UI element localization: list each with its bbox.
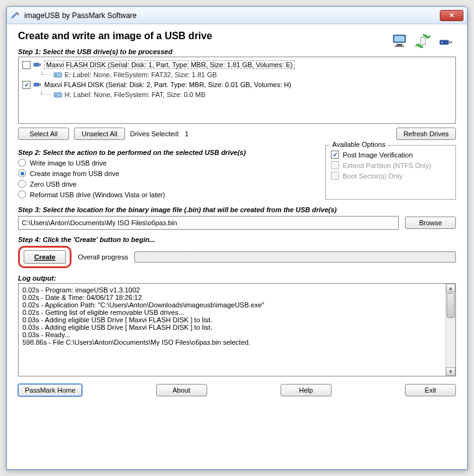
window-title: imageUSB by PassMark Software [24,11,137,20]
scroll-up-arrow[interactable]: ▲ [446,284,455,292]
svg-rect-12 [54,73,62,77]
svg-rect-7 [440,40,449,45]
check-boot-sector: Boot Sector(s) Only [331,170,450,181]
usb-icon [436,32,455,50]
drive-label-1: Maxvi FLASH DISK (Serial: Disk: 1, Part.… [44,60,295,69]
available-options-group: Available Options Post Image Verificatio… [325,145,456,200]
svg-rect-11 [39,63,41,66]
log-line: 0.02s - Program: imageUSB v1.3.1002 [22,286,452,294]
svg-rect-2 [396,44,402,46]
drive-child-2[interactable]: └··· H: Label: None, FileSystem: FAT, Si… [22,90,452,100]
checkbox-icon [331,172,339,180]
radio-reformat-drive[interactable]: Reformat USB drive (Windows Vista or lat… [18,189,318,200]
refresh-drives-button[interactable]: Refresh Drives [396,128,456,140]
drive-child-label-1: E: Label: None, FileSystem: FAT32, Size:… [65,71,217,78]
svg-rect-16 [54,93,62,97]
log-line: 0.03s - Adding eligible USB Drive [ Maxv… [22,324,452,331]
check-extend-partition: Extend Partition (NTFS Only) [331,160,450,170]
radio-icon [18,159,26,167]
drives-selected-label: Drives Selected: [130,130,180,138]
drive-checkbox-2[interactable] [22,81,30,89]
page-title: Create and write an image of a USB drive [18,30,456,42]
sync-icon [414,32,432,50]
radio-write-image[interactable]: Write image to USB drive [18,157,318,168]
radio-icon [18,190,26,198]
log-label: Log output: [18,274,456,282]
step1-label: Step 1: Select the USB drive(s) to be pr… [18,48,456,55]
titlebar: imageUSB by PassMark Software ✕ [7,7,467,24]
help-button[interactable]: Help [281,384,332,396]
svg-rect-3 [395,46,404,47]
svg-point-9 [441,42,442,43]
drive-volume-icon [53,70,62,79]
select-all-button[interactable]: Select All [18,128,69,140]
browse-button[interactable]: Browse [405,217,456,229]
drive-child-1[interactable]: └··· E: Label: None, FileSystem: FAT32, … [22,70,452,80]
svg-rect-8 [449,41,453,44]
log-scrollbar[interactable]: ▲ ▼ [445,284,455,376]
drive-checkbox-1[interactable] [22,61,30,69]
svg-rect-6 [421,37,425,44]
overall-progress-bar [134,251,456,263]
drive-row-1[interactable]: Maxvi FLASH DISK (Serial: Disk: 1, Part.… [22,60,452,70]
usb-drive-icon [33,80,42,89]
drive-row-2[interactable]: Maxvi FLASH DISK (Serial: Disk: 2, Part.… [22,80,452,90]
checkbox-icon [331,151,339,159]
radio-zero-drive[interactable]: Zero USB drive [18,179,318,189]
available-options-legend: Available Options [330,141,388,148]
drive-list[interactable]: Maxvi FLASH DISK (Serial: Disk: 1, Part.… [18,57,456,124]
close-button[interactable]: ✕ [440,10,463,21]
radio-icon [18,169,26,177]
log-line: 598.86s - File C:\Users\Anton\Documents\… [22,338,452,346]
check-post-image-verification[interactable]: Post Image Verification [331,149,450,160]
tree-connector-1: └··· [40,72,51,78]
drive-volume-icon [53,90,62,99]
log-line: 0.02s - Application Path: "C:\Users\Anto… [22,301,452,309]
svg-rect-1 [394,36,405,42]
step3-label: Step 3: Select the location for the bina… [18,206,456,213]
computer-icon [391,32,410,50]
log-output[interactable]: 0.02s - Program: imageUSB v1.3.1002 0.02… [18,283,456,376]
log-line: 0.02s - Date & Time: 04/06/17 18:26:12 [22,294,452,301]
checkbox-icon [331,161,339,169]
scroll-thumb[interactable] [447,293,455,318]
log-line: 0.03s - Ready... [22,331,452,338]
drive-child-label-2: H: Label: None, FileSystem: FAT, Size: 0… [65,91,206,98]
drive-label-2: Maxvi FLASH DISK (Serial: Disk: 2, Part.… [44,81,291,88]
svg-point-13 [55,75,57,76]
about-button[interactable]: About [156,384,207,396]
passmark-home-button[interactable]: PassMark Home [18,384,82,396]
step4-label: Step 4: Click the 'Create' button to beg… [18,236,456,243]
radio-create-image[interactable]: Create image from USB drive [18,168,318,179]
radio-icon [18,180,26,188]
svg-point-17 [55,95,57,96]
unselect-all-button[interactable]: Unselect All [74,128,125,140]
drives-selected-count: 1 [185,130,188,138]
create-button[interactable]: Create [24,250,66,264]
step2-label: Step 2: Select the action to be performe… [18,149,318,156]
app-icon [11,11,21,21]
tree-connector-2: └··· [40,91,51,98]
header-icons [391,32,455,50]
svg-rect-10 [34,63,39,67]
svg-rect-14 [34,83,39,86]
log-line: 0.02s - Getting list of eligible removab… [22,309,452,316]
scroll-down-arrow[interactable]: ▼ [446,367,455,376]
overall-progress-label: Overall progress [78,253,128,261]
svg-rect-15 [39,83,41,86]
create-highlight: Create [18,246,72,268]
usb-drive-icon [33,60,42,69]
exit-button[interactable]: Exit [405,384,456,396]
log-line: 0.03s - Adding eligible USB Drive [ Maxv… [22,316,452,324]
image-path-input[interactable] [18,216,399,230]
